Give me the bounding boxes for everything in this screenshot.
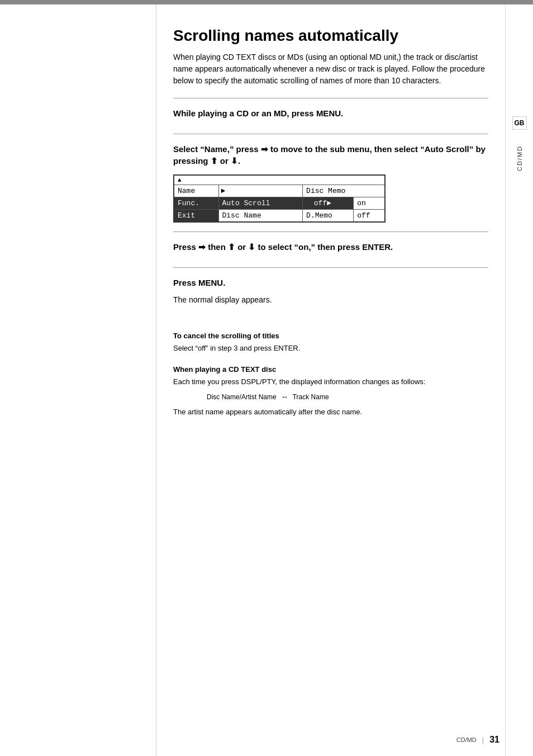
page-footer: CD/MD | 31 <box>456 735 499 745</box>
menu-cell-name: Name <box>174 185 218 197</box>
disc-flow-left: Disc Name/Artist Name <box>207 393 277 401</box>
note-cdtext-heading: When playing a CD TEXT disc <box>173 365 488 374</box>
page-number: 31 <box>489 735 499 745</box>
footer-separator: | <box>482 736 484 744</box>
main-content: Scrolling names automatically When playi… <box>156 4 505 756</box>
menu-cell-exit: Exit <box>174 210 218 223</box>
menu-cell-func: Func. <box>174 197 218 210</box>
note-cdtext-text: Each time you press DSPL/PTY, the displa… <box>173 376 488 388</box>
page-layout: Scrolling names automatically When playi… <box>0 4 533 756</box>
step-4-sub: The normal display appears. <box>173 294 488 306</box>
sidebar-cdmd-label: CD/MD <box>516 145 523 171</box>
step-4-text: Press MENU. <box>173 277 488 289</box>
note-cancel-text: Select “off” in step 3 and press ENTER. <box>173 343 488 354</box>
menu-cell-off-arrow: off► <box>303 197 354 210</box>
menu-cell-disc-name: Disc Name <box>218 210 303 223</box>
step-4: Press MENU. The normal display appears. <box>173 267 488 315</box>
disc-flow-right: Track Name <box>293 393 329 401</box>
menu-display: ▲ Name ► Disc Memo Func. Auto Scroll off… <box>173 174 488 223</box>
menu-cell-arrow: ► <box>218 185 303 197</box>
menu-table: ▲ Name ► Disc Memo Func. Auto Scroll off… <box>173 174 386 223</box>
step-2: Select “Name,” press ➡ to move to the su… <box>173 134 488 231</box>
disc-flow-diagram: Disc Name/Artist Name ↔ Track Name <box>207 393 488 401</box>
step-2-text: Select “Name,” press ➡ to move to the su… <box>173 143 488 167</box>
step-3: Press ➡ then ⬆ or ⬇ to select “on,” then… <box>173 231 488 267</box>
note-cancel-heading: To cancel the scrolling of titles <box>173 332 488 340</box>
disc-flow-arrow: ↔ <box>281 393 288 401</box>
menu-cell-auto-scroll: Auto Scroll <box>218 197 303 210</box>
menu-row-3: Exit Disc Name D.Memo off <box>174 210 385 223</box>
left-margin <box>0 4 156 756</box>
note-cancel: To cancel the scrolling of titles Select… <box>173 332 488 354</box>
menu-cell-disc-memo: Disc Memo <box>303 185 385 197</box>
sidebar-vertical: CD/MD <box>516 145 523 171</box>
menu-cell-d-memo: D.Memo <box>303 210 354 223</box>
menu-cell-on: on <box>354 197 385 210</box>
intro-paragraph: When playing CD TEXT discs or MDs (using… <box>173 51 488 87</box>
menu-arrow-indicator: ▲ <box>174 175 385 185</box>
menu-row-2: Func. Auto Scroll off► on <box>174 197 385 210</box>
right-sidebar: GB CD/MD <box>505 4 533 756</box>
footer-cdmd-label: CD/MD <box>456 736 477 743</box>
artist-note: The artist name appears automatically af… <box>173 407 488 418</box>
menu-row-1: Name ► Disc Memo <box>174 185 385 197</box>
page-title: Scrolling names automatically <box>173 27 488 45</box>
note-cdtext: When playing a CD TEXT disc Each time yo… <box>173 365 488 418</box>
step-3-text: Press ➡ then ⬆ or ⬇ to select “on,” then… <box>173 241 488 253</box>
top-bar <box>0 0 533 4</box>
step-1-text: While playing a CD or an MD, press MENU. <box>173 107 488 119</box>
notes-section: To cancel the scrolling of titles Select… <box>173 332 488 418</box>
gb-label: GB <box>512 116 527 130</box>
step-1: While playing a CD or an MD, press MENU. <box>173 98 488 134</box>
menu-cell-off: off <box>354 210 385 223</box>
